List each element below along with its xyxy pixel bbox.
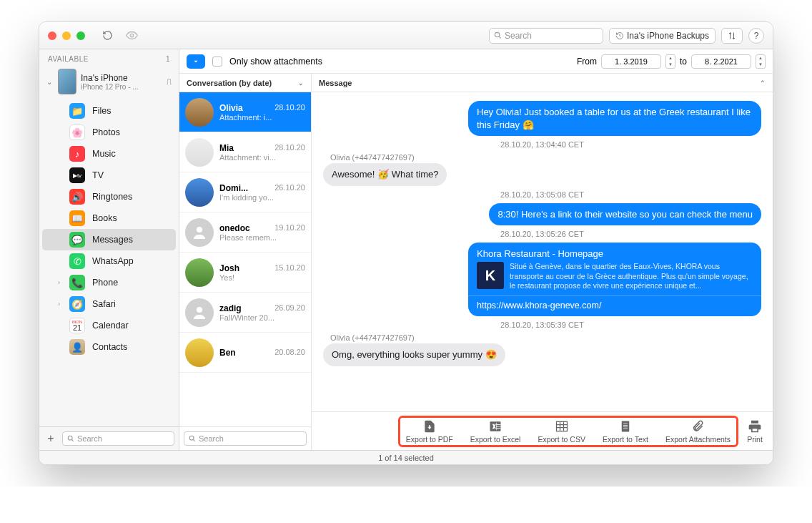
global-search-input[interactable]: Search xyxy=(489,28,603,44)
conversation-search-input[interactable]: Search xyxy=(184,431,307,446)
avatar xyxy=(185,98,214,127)
sender-label: Olivia (+447477427697) xyxy=(330,153,761,162)
date-to-input[interactable]: 8. 2.2021 xyxy=(691,54,751,69)
whatsapp-icon: ✆ xyxy=(69,253,85,269)
link-thumbnail: K xyxy=(477,262,504,289)
conversation-item[interactable]: Olivia28.10.20Attachment: i... xyxy=(179,92,311,132)
message-bubble-received[interactable]: Omg, everything looks super yummy 😍 xyxy=(323,343,505,366)
device-name: Ina's iPhone xyxy=(81,73,139,83)
chevron-right-icon: › xyxy=(58,279,60,286)
conversation-item[interactable]: Ben20.08.20 xyxy=(179,333,311,373)
books-icon: 📖 xyxy=(69,210,85,226)
history-icon xyxy=(615,31,624,40)
timestamp: 28.10.20, 13:04:40 CET xyxy=(323,140,761,149)
date-from-stepper[interactable]: ▲▼ xyxy=(665,54,675,69)
export-attachments-button[interactable]: Export Attachments xyxy=(663,419,733,444)
avatar xyxy=(185,218,214,247)
contacts-icon: 👤 xyxy=(69,339,85,355)
message-bubble-sent[interactable]: 8:30! Here's a link to their website so … xyxy=(489,203,761,226)
backups-button[interactable]: Ina's iPhone Backups xyxy=(609,28,716,44)
conversation-item[interactable]: zadig26.09.20Fall/Winter 20... xyxy=(179,293,311,333)
export-csv-button[interactable]: Export to CSV xyxy=(535,419,588,444)
sidebar-item-phone[interactable]: ›📞Phone xyxy=(42,272,176,293)
search-icon xyxy=(494,31,502,39)
export-text-button[interactable]: Export to Text xyxy=(600,419,651,444)
pdf-icon xyxy=(422,419,437,434)
minimize-window-button[interactable] xyxy=(62,31,71,40)
conversation-item[interactable]: Domi...26.10.20I'm kidding yo... xyxy=(179,172,311,212)
from-label: From xyxy=(577,57,597,67)
svg-rect-9 xyxy=(753,429,758,431)
search-icon xyxy=(67,435,74,442)
sidebar-item-photos[interactable]: 🌸Photos xyxy=(42,122,176,143)
date-to-stepper[interactable]: ▲▼ xyxy=(756,54,766,69)
avatar xyxy=(185,138,214,167)
filter-dropdown-button[interactable] xyxy=(187,54,205,69)
sidebar-item-calendar[interactable]: MON21Calendar xyxy=(42,315,176,336)
link-title: Khora Restaurant - Homepage xyxy=(477,248,753,259)
conversation-column: Conversation (by date) ⌄ Olivia28.10.20A… xyxy=(179,74,312,450)
link-preview-card[interactable]: Khora Restaurant - Homepage K Situé à Ge… xyxy=(468,243,761,316)
search-placeholder: Search xyxy=(505,31,532,41)
message-area[interactable]: Hey Olivia! Just booked a table for us a… xyxy=(312,92,773,411)
files-icon: 📁 xyxy=(69,103,85,119)
link-url: https://www.khora-geneve.com/ xyxy=(468,295,761,316)
sort-button[interactable] xyxy=(721,28,743,44)
conversation-column-header[interactable]: Conversation (by date) ⌄ xyxy=(179,74,311,92)
message-bubble-received[interactable]: Awesome! 🥳 What time? xyxy=(323,163,447,186)
sidebar-item-tv[interactable]: ▶tvTV xyxy=(42,165,176,186)
sidebar-search-input[interactable]: Search xyxy=(62,431,174,446)
export-excel-button[interactable]: Export to Excel xyxy=(467,419,524,444)
sidebar-item-books[interactable]: 📖Books xyxy=(42,207,176,229)
to-label: to xyxy=(680,57,687,67)
sidebar-item-safari[interactable]: ›🧭Safari xyxy=(42,293,176,315)
avatar xyxy=(185,338,214,367)
message-bubble-sent[interactable]: Hey Olivia! Just booked a table for us a… xyxy=(468,101,761,136)
print-button[interactable]: Print xyxy=(744,419,766,444)
only-attachments-label: Only show attachments xyxy=(229,57,322,67)
date-from-input[interactable]: 1. 3.2019 xyxy=(601,54,661,69)
conversation-item[interactable]: onedoc19.10.20Please remem... xyxy=(179,212,311,253)
export-pdf-button[interactable]: Export to PDF xyxy=(403,419,456,444)
sidebar-item-contacts[interactable]: 👤Contacts xyxy=(42,336,176,358)
device-model: iPhone 12 Pro - ... xyxy=(81,83,139,91)
svg-point-5 xyxy=(189,436,194,440)
sender-label: Olivia (+447477427697) xyxy=(330,333,761,342)
conversation-item[interactable]: Mia28.10.20Attachment: vi... xyxy=(179,132,311,172)
safari-icon: 🧭 xyxy=(69,296,85,312)
phone-icon: 📞 xyxy=(69,275,85,290)
close-window-button[interactable] xyxy=(48,31,56,40)
sidebar-item-ringtones[interactable]: 🔊Ringtones xyxy=(42,186,176,207)
message-column-header[interactable]: Message ⌃ xyxy=(312,74,773,92)
zoom-window-button[interactable] xyxy=(76,31,85,40)
export-toolbar: Export to PDF Export to Excel Export to … xyxy=(312,411,773,450)
sidebar-item-messages[interactable]: 💬Messages xyxy=(42,229,176,250)
svg-point-1 xyxy=(495,32,499,36)
svg-point-4 xyxy=(197,307,202,313)
help-button[interactable]: ? xyxy=(748,28,764,44)
device-item[interactable]: ⌄ Ina's iPhone iPhone 12 Pro - ... ⎍ xyxy=(39,66,179,97)
chevron-right-icon: › xyxy=(58,300,60,308)
conversation-item[interactable]: Josh15.10.20Yes! xyxy=(179,253,311,293)
filter-bar: Only show attachments From 1. 3.2019 ▲▼ … xyxy=(179,49,773,74)
main-panel: Only show attachments From 1. 3.2019 ▲▼ … xyxy=(179,49,773,450)
sidebar-footer: + Search xyxy=(39,426,179,450)
sidebar-item-whatsapp[interactable]: ✆WhatsApp xyxy=(42,250,176,272)
visibility-button[interactable] xyxy=(122,26,141,45)
refresh-button[interactable] xyxy=(98,26,117,45)
message-column: Message ⌃ Hey Olivia! Just booked a tabl… xyxy=(312,74,773,450)
photos-icon: 🌸 xyxy=(69,124,85,140)
svg-point-0 xyxy=(130,34,133,36)
chevron-down-icon: ⌄ xyxy=(46,78,54,86)
window-controls xyxy=(48,31,85,40)
paperclip-icon xyxy=(690,419,705,434)
sidebar-item-files[interactable]: 📁Files xyxy=(42,100,176,122)
excel-icon xyxy=(487,419,503,434)
ringtones-icon: 🔊 xyxy=(69,189,85,205)
sidebar-item-music[interactable]: ♪Music xyxy=(42,143,176,165)
add-button[interactable]: + xyxy=(44,431,58,446)
text-icon xyxy=(618,419,633,434)
svg-point-2 xyxy=(68,436,72,440)
only-attachments-checkbox[interactable] xyxy=(212,57,222,67)
avatar xyxy=(185,178,214,207)
